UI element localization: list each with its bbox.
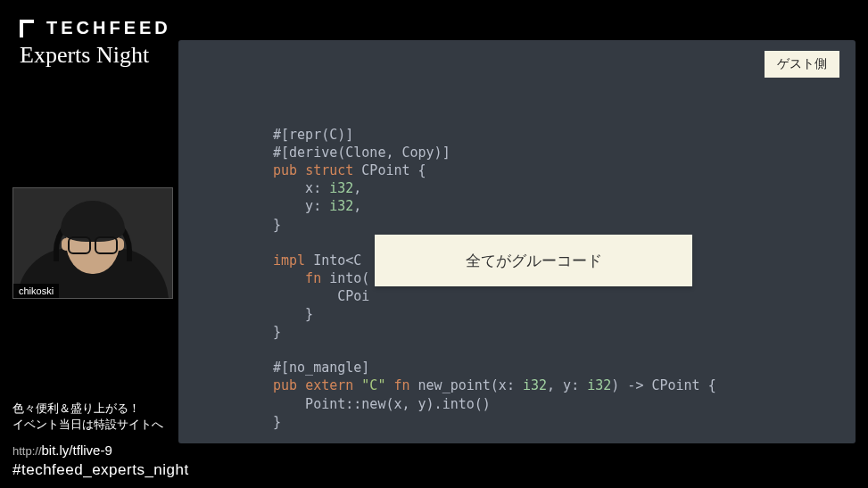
code-text: Point::new(x, y).into() [273,396,491,412]
link-block: http://bit.ly/tflive-9 #techfeed_experts… [12,443,189,479]
app-root: TECHFEED Experts Night chikoski 色々便利＆盛り上… [0,0,868,488]
code-kw: impl [273,252,305,269]
presenter-webcam: chikoski [12,187,173,299]
code-text: into( [321,270,369,286]
presenter-name-label: chikoski [13,284,59,298]
promo-line-2: イベント当日は特設サイトへ [12,417,194,433]
code-text: } [273,306,313,322]
logo-block: TECHFEED Experts Night [0,0,205,69]
promo-banner: 色々便利＆盛り上がる！ イベント当日は特設サイトへ [0,393,207,438]
code-kw: pub [273,162,305,178]
code-text: CPoi [273,288,369,304]
code-text: } [273,324,281,340]
code-kw: pub [273,377,305,393]
brand-subtitle: Experts Night [20,42,186,69]
promo-line-1: 色々便利＆盛り上がる！ [12,401,194,417]
code-line: #[derive(Clone, Copy)] [273,145,451,161]
code-type: i32 [523,377,547,393]
code-kw: extern [305,377,353,393]
code-text: } [273,217,281,233]
code-text: y: [273,198,329,214]
code-text: , [353,180,361,196]
brand-mark-icon [20,20,37,37]
brand-row: TECHFEED [20,18,186,38]
code-line: #[repr(C)] [273,127,353,143]
url-prefix: http:// [12,444,42,458]
code-text: CPoint { [353,162,426,178]
event-link[interactable]: http://bit.ly/tflive-9 [12,443,189,458]
code-kw: fn [393,377,409,393]
code-text: ) -> CPoint { [611,377,715,393]
code-text: new_point(x: [410,377,523,393]
code-text: , [353,198,361,214]
code-text: } [273,414,281,430]
slide-area: ゲスト側 #[repr(C)] #[derive(Clone, Copy)] p… [178,40,856,443]
code-kw: fn [273,270,321,286]
brand-text: TECHFEED [46,18,171,38]
guest-side-tag: ゲスト側 [765,51,839,78]
code-type: i32 [329,198,353,214]
left-sidebar: TECHFEED Experts Night chikoski 色々便利＆盛り上… [0,0,205,488]
code-type: i32 [329,180,353,196]
url-main: bit.ly/tflive-9 [42,443,112,458]
code-text: , y: [547,377,587,393]
code-type: i32 [587,377,611,393]
code-text: x: [273,180,329,196]
event-hashtag[interactable]: #techfeed_experts_night [12,461,189,479]
code-str: "C" [353,377,393,393]
code-text: Into<C [305,252,361,269]
slide-caption-overlay: 全てがグルーコード [375,235,692,286]
code-line: #[no_mangle] [273,360,369,376]
code-kw: struct [305,162,353,178]
